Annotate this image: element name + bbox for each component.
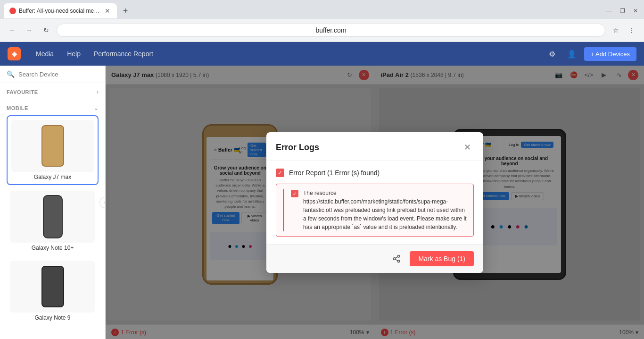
chevron-down-icon: ⌄ <box>94 105 99 111</box>
phone-shape-note9 <box>41 266 64 307</box>
bookmark-button[interactable]: ☆ <box>609 24 622 37</box>
back-button[interactable]: ← <box>6 24 19 37</box>
user-button[interactable]: 👤 <box>564 46 579 61</box>
url-text: buffer.com <box>315 26 346 34</box>
address-bar: ← → ↻ buffer.com ☆ ⋮ <box>0 19 644 42</box>
sidebar-section-mobile: MOBILE ⌄ Galaxy J7 max Galaxy Note 10+ <box>0 99 105 329</box>
error-logs-modal: Error Logs ✕ ✓ Error Report (1 Error (s)… <box>266 132 483 273</box>
new-tab-button[interactable]: + <box>119 4 132 17</box>
minimize-button[interactable]: — <box>604 6 614 16</box>
close-window-button[interactable]: ✕ <box>631 6 640 16</box>
modal-header: Error Logs ✕ <box>266 132 483 161</box>
tab-bar: Buffer: All-you-need social medi... ✕ + … <box>0 0 644 19</box>
device-thumb-note9 <box>10 261 95 313</box>
svg-point-0 <box>398 255 400 258</box>
refresh-button[interactable]: ↻ <box>40 24 53 37</box>
phone-shape-j7 <box>41 125 64 167</box>
error-item-text-0: The resource https://static.buffer.com/m… <box>303 189 467 231</box>
sidebar: 🔍 FAVOURITE › MOBILE ⌄ <box>0 66 106 339</box>
modal-footer: Mark as Bug (1) <box>266 244 483 273</box>
settings-button[interactable]: ⚙ <box>545 46 560 61</box>
error-report-header: ✓ Error Report (1 Error (s) found) <box>276 169 474 177</box>
svg-line-3 <box>396 259 398 261</box>
tab-close-button[interactable]: ✕ <box>104 7 111 15</box>
sidebar-section-label-favourite: FAVOURITE <box>7 89 38 95</box>
sidebar-section-label-mobile: MOBILE <box>7 105 28 111</box>
app-header-actions: ⚙ 👤 + Add Devices <box>545 46 636 61</box>
main-layout: 🔍 FAVOURITE › MOBILE ⌄ <box>0 66 644 339</box>
active-tab[interactable]: Buffer: All-you-need social medi... ✕ <box>4 3 117 18</box>
forward-button[interactable]: → <box>23 24 36 37</box>
url-bar[interactable]: buffer.com <box>57 24 605 37</box>
maximize-button[interactable]: ❐ <box>618 6 627 16</box>
nav-media[interactable]: Media <box>30 47 59 60</box>
sidebar-section-favourite: FAVOURITE › <box>0 83 105 99</box>
error-item-0: ✓ The resource https://static.buffer.com… <box>276 184 474 237</box>
chevron-right-icon: › <box>97 89 99 95</box>
phone-shape-note10 <box>43 195 63 238</box>
device-name-note10: Galaxy Note 10+ <box>32 245 74 251</box>
modal-overlay[interactable]: Error Logs ✕ ✓ Error Report (1 Error (s)… <box>106 66 644 339</box>
sidebar-item-note9[interactable]: Galaxy Note 9 <box>7 257 99 325</box>
share-button[interactable] <box>389 251 404 266</box>
device-name-note9: Galaxy Note 9 <box>34 314 70 321</box>
modal-title: Error Logs <box>276 143 319 153</box>
device-thumb-j7 <box>11 120 94 172</box>
device-name-j7: Galaxy J7 max <box>34 174 71 180</box>
sidebar-search: 🔍 <box>0 66 105 83</box>
modal-close-button[interactable]: ✕ <box>461 141 474 154</box>
tab-favicon <box>9 8 16 14</box>
app-container: ◈ Media Help Performance Report ⚙ 👤 + Ad… <box>0 42 644 339</box>
tab-title: Buffer: All-you-need social medi... <box>19 8 101 14</box>
more-button[interactable]: ⋮ <box>625 24 638 37</box>
sidebar-section-header-mobile[interactable]: MOBILE ⌄ <box>7 103 99 113</box>
add-devices-button[interactable]: + Add Devices <box>584 47 636 61</box>
svg-line-4 <box>396 257 398 258</box>
nav-performance-report[interactable]: Performance Report <box>88 47 159 60</box>
app-logo: ◈ <box>8 47 21 60</box>
error-report-checkbox[interactable]: ✓ <box>276 169 284 177</box>
sidebar-item-note10[interactable]: Galaxy Note 10+ <box>7 187 99 255</box>
svg-point-2 <box>398 260 400 263</box>
device-thumb-note10 <box>10 191 95 243</box>
error-report-label: Error Report (1 Error (s) found) <box>289 169 380 177</box>
app-nav: Media Help Performance Report <box>30 47 159 60</box>
mark-as-bug-button[interactable]: Mark as Bug (1) <box>410 251 474 266</box>
sidebar-item-galaxy-j7[interactable]: Galaxy J7 max <box>7 115 99 185</box>
content-area: Galaxy J7 max (1080 x 1920 | 5.7 in) ↻ ✕ <box>106 66 644 339</box>
app-header: ◈ Media Help Performance Report ⚙ 👤 + Ad… <box>0 42 644 66</box>
error-left-bar <box>283 189 284 231</box>
modal-body: ✓ Error Report (1 Error (s) found) ✓ The… <box>266 161 483 244</box>
sidebar-section-header-favourite[interactable]: FAVOURITE › <box>7 87 99 97</box>
logo-icon: ◈ <box>12 50 17 58</box>
search-icon: 🔍 <box>7 70 15 78</box>
search-input[interactable] <box>18 71 99 78</box>
browser-actions: ☆ ⋮ <box>609 24 638 37</box>
error-item-checkbox-0[interactable]: ✓ <box>291 190 298 197</box>
nav-help[interactable]: Help <box>61 47 86 60</box>
window-controls: — ❐ ✕ <box>604 6 640 16</box>
svg-point-1 <box>394 258 396 260</box>
